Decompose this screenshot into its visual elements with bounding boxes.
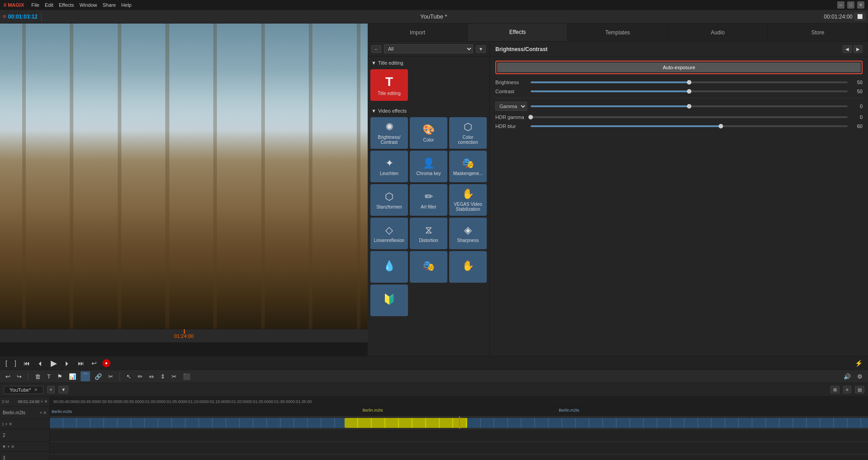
curve-button[interactable]: ⌒	[81, 371, 90, 381]
cut-tool[interactable]: ✂	[170, 372, 178, 381]
title-editing-header[interactable]: ▼ Title editing	[368, 58, 489, 67]
contrast-slider[interactable]	[531, 90, 848, 92]
tab-templates[interactable]: Templates	[568, 24, 668, 41]
tab-audio[interactable]: Audio	[668, 24, 768, 41]
stretch-tool[interactable]: ⇕	[158, 372, 167, 381]
effect-row4-2[interactable]: 🎭	[410, 251, 447, 283]
gamma-thumb[interactable]	[687, 104, 691, 109]
effect-brightness-contrast[interactable]: ✺ Brightness/Contrast	[370, 117, 408, 149]
timeline-view-btn[interactable]: ▤	[855, 386, 864, 394]
props-prev-button[interactable]: ◀	[843, 45, 852, 53]
track-motion-button[interactable]: 📊	[67, 372, 78, 381]
props-next-button[interactable]: ▶	[854, 45, 863, 53]
effects-filter-select[interactable]: All	[384, 44, 473, 53]
video-effects-header[interactable]: ▼ Video effects	[368, 106, 489, 115]
menu-edit[interactable]: Edit	[45, 2, 53, 8]
track1-remove-btn[interactable]: ✕	[43, 410, 47, 415]
t3-remove[interactable]: ✕	[11, 444, 14, 449]
t1-remove[interactable]: ✕	[9, 422, 12, 427]
link-button[interactable]: 🔗	[93, 372, 104, 381]
play-button[interactable]: ▶	[49, 357, 59, 369]
effect-row4-4[interactable]: 🔰	[370, 285, 408, 316]
mark-out-button[interactable]: ]	[13, 359, 18, 368]
effect-title-editing[interactable]: T Title editing	[370, 69, 408, 101]
maximize-preview-button[interactable]: ⬜	[854, 13, 865, 20]
remove-track-btn[interactable]: ✕	[44, 399, 48, 404]
effect-linsenreflexion[interactable]: ◇ Linsenreflexion	[370, 218, 408, 249]
menu-effects[interactable]: Effects	[59, 2, 74, 8]
menu-window[interactable]: Window	[79, 2, 97, 8]
contrast-thumb[interactable]	[687, 89, 691, 94]
edit-tool[interactable]: ✏	[136, 372, 144, 381]
nav-back-button[interactable]: ←	[371, 45, 381, 53]
mark-in-button[interactable]: [	[4, 359, 9, 368]
track3-row[interactable]	[50, 442, 868, 455]
menu-share[interactable]: Share	[103, 2, 116, 8]
effect-art-filter[interactable]: ✏ Art filter	[410, 184, 447, 216]
add-track-btn[interactable]: +	[40, 399, 43, 404]
multicam-tool[interactable]: ⬛	[181, 372, 192, 381]
tab-effects[interactable]: Effects	[468, 24, 568, 41]
clip-segment-1[interactable]	[50, 418, 345, 428]
brightness-slider[interactable]	[531, 81, 848, 83]
minimize-button[interactable]: ─	[837, 1, 844, 9]
timeline-options-btn[interactable]: ▼	[58, 386, 68, 394]
step-forward-button[interactable]: ⏵	[62, 359, 72, 368]
tab-close-icon[interactable]: ✕	[34, 387, 38, 392]
effect-color[interactable]: 🎨 Color	[410, 117, 447, 149]
track1-add-btn[interactable]: +	[39, 410, 42, 415]
auto-exposure-button[interactable]: Auto-exposure	[497, 62, 861, 72]
effect-leuchten[interactable]: ✦ Leuchten	[370, 151, 408, 182]
close-button[interactable]: ✕	[857, 1, 864, 9]
unlink-button[interactable]: ✂	[106, 372, 115, 381]
menu-help[interactable]: Help	[121, 2, 132, 8]
grid-view-btn[interactable]: ⊞	[830, 386, 839, 394]
effect-stanzformen[interactable]: ⬡ Stanzformen	[370, 184, 408, 216]
hdr-blur-thumb[interactable]	[719, 124, 723, 128]
transport-extra-btn[interactable]: ⚡	[853, 359, 864, 368]
loop-button[interactable]: ↩	[90, 359, 99, 368]
menu-file[interactable]: File	[31, 2, 39, 8]
record-button[interactable]: ●	[102, 359, 110, 367]
effect-sharpness[interactable]: ◈ Sharpness	[449, 218, 487, 249]
title-button[interactable]: T	[45, 372, 53, 381]
effect-chroma-key[interactable]: 👤 Chroma key	[410, 151, 447, 182]
marker-button[interactable]: ⚑	[55, 372, 64, 381]
go-to-start-button[interactable]: ⏮	[22, 359, 32, 368]
hdr-blur-slider[interactable]	[531, 125, 848, 127]
master-btn[interactable]: ⚙	[855, 372, 864, 381]
t3-expand[interactable]: ▼	[2, 444, 6, 449]
gamma-select[interactable]: Gamma	[495, 102, 527, 111]
maximize-button[interactable]: □	[847, 1, 854, 9]
tab-import[interactable]: Import	[368, 24, 468, 41]
gamma-slider[interactable]	[531, 105, 848, 107]
t1-add[interactable]: +	[5, 422, 8, 427]
hdr-gamma-thumb[interactable]	[528, 115, 533, 119]
clip-segment-yellow[interactable]	[345, 418, 467, 428]
track2-row[interactable]	[50, 429, 868, 442]
redo-button[interactable]: ↪	[15, 372, 24, 381]
select-tool[interactable]: ↖	[125, 372, 133, 381]
effects-filter-down[interactable]: ▼	[476, 45, 486, 53]
timeline-project-tab[interactable]: YouTube* ✕	[4, 386, 43, 394]
effect-color-correction[interactable]: ⬡ Colorcorrection	[449, 117, 487, 149]
go-to-end-button[interactable]: ⏭	[76, 359, 86, 368]
effect-row4-3[interactable]: ✋	[449, 251, 487, 283]
brightness-thumb[interactable]	[687, 80, 691, 85]
tab-store[interactable]: Store	[768, 24, 868, 41]
add-timeline-btn[interactable]: +	[47, 386, 55, 394]
effect-row4-1[interactable]: 💧	[370, 251, 408, 283]
effect-vegas-stabilization[interactable]: ✋ VEGAS VideoStabilization	[449, 184, 487, 216]
delete-button[interactable]: 🗑	[33, 372, 43, 381]
step-back-button[interactable]: ⏴	[35, 359, 45, 368]
clip-segment-2[interactable]	[467, 418, 868, 428]
hdr-gamma-slider[interactable]	[531, 116, 848, 118]
trim-tool[interactable]: ⇔	[147, 372, 156, 381]
list-view-btn[interactable]: ≡	[843, 386, 851, 394]
t3-add[interactable]: +	[7, 444, 10, 449]
effect-distortion[interactable]: ⧖ Distortion	[410, 218, 447, 249]
undo-button[interactable]: ↩	[4, 372, 12, 381]
track1-clip-row[interactable]	[50, 417, 868, 429]
effect-maskengene[interactable]: 🎭 Maskengene...	[449, 151, 487, 182]
audio-level-btn[interactable]: 🔊	[842, 372, 853, 381]
